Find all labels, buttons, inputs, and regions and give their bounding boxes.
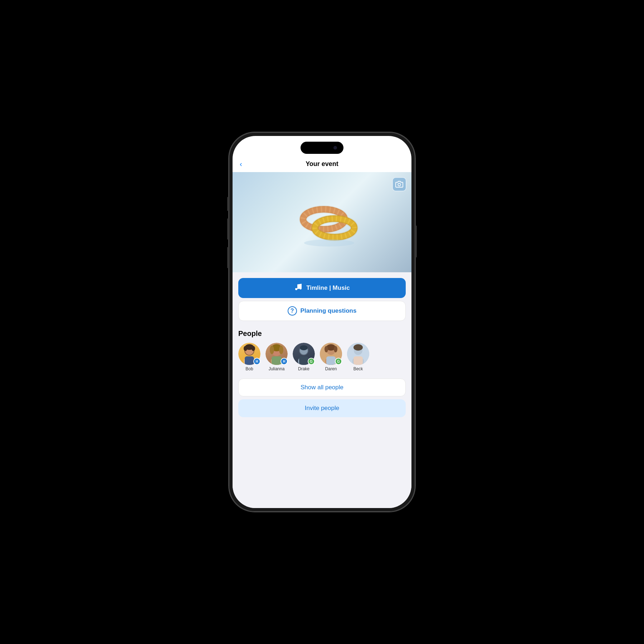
svg-point-33 [325,346,328,352]
screen-content: ‹ Your event [233,136,411,508]
camera-overlay-button[interactable] [392,177,406,191]
badge-daren: G [335,358,342,365]
question-icon: ? [288,306,297,316]
svg-rect-41 [353,356,363,365]
hero-background [233,172,411,272]
timeline-label: Timline | Music [306,284,350,292]
back-icon: ‹ [240,160,242,168]
svg-point-15 [244,346,247,351]
svg-point-16 [252,346,255,351]
invite-people-button[interactable]: Invite people [238,399,406,417]
show-all-people-button[interactable]: Show all people [238,379,406,396]
badge-julianna: H [280,358,288,365]
people-section: People [233,324,411,374]
avatar-wrap-julianna: H [265,343,288,365]
svg-point-10 [295,288,297,290]
svg-point-34 [334,346,337,352]
phone-frame: ‹ Your event [229,132,415,512]
mute-button [227,197,229,211]
svg-point-9 [398,183,400,186]
nav-header: ‹ Your event [233,157,411,172]
people-avatars-list: H Bob [238,343,406,374]
timeline-music-button[interactable]: Timline | Music [238,278,406,298]
volume-down-button [227,247,229,268]
back-button[interactable]: ‹ [240,160,242,168]
person-name-julianna: Julianna [269,366,285,371]
page-title: Your event [306,160,338,168]
list-item[interactable]: H Julianna [265,343,288,371]
phone-screen: ‹ Your event [233,136,411,508]
camera-icon [395,180,403,188]
svg-rect-29 [299,356,308,365]
invite-label: Invite people [305,405,339,412]
dynamic-island [301,142,343,154]
list-item[interactable]: H Bob [238,343,260,371]
svg-point-8 [304,239,354,247]
list-item[interactable]: G Drake [293,343,315,371]
svg-rect-18 [245,356,254,365]
list-item[interactable]: G Daren [320,343,342,371]
person-illustration-beck [347,343,369,365]
volume-up-button [227,218,229,240]
list-item[interactable]: Beck [347,343,369,371]
avatar-wrap-beck [347,343,369,365]
svg-point-27 [300,345,308,350]
hero-image [233,172,411,272]
svg-point-11 [299,287,302,289]
avatar-wrap-drake: G [293,343,315,365]
avatar-wrap-daren: G [320,343,342,365]
avatar-placeholder-beck [347,343,369,365]
avatar-beck [347,343,369,365]
power-button [415,225,417,258]
music-note-icon [294,283,303,291]
badge-drake: G [308,358,315,365]
avatar-wrap-bob: H [238,343,260,365]
scroll-area[interactable]: Timline | Music ? Planning questions Peo… [233,272,411,508]
show-all-label: Show all people [301,384,343,391]
badge-bob: H [253,358,260,365]
svg-point-39 [353,344,363,351]
person-name-daren: Daren [325,366,337,371]
svg-rect-24 [272,356,282,365]
svg-point-22 [279,346,283,354]
music-icon [294,283,303,293]
planning-label: Planning questions [301,307,357,314]
svg-point-21 [270,346,274,354]
front-camera [333,146,337,150]
planning-questions-button[interactable]: ? Planning questions [238,301,406,321]
people-section-title: People [238,330,406,338]
person-name-bob: Bob [245,366,253,371]
svg-rect-36 [326,356,336,365]
person-name-drake: Drake [298,366,309,371]
rings-illustration [293,194,365,251]
person-name-beck: Beck [353,366,363,371]
